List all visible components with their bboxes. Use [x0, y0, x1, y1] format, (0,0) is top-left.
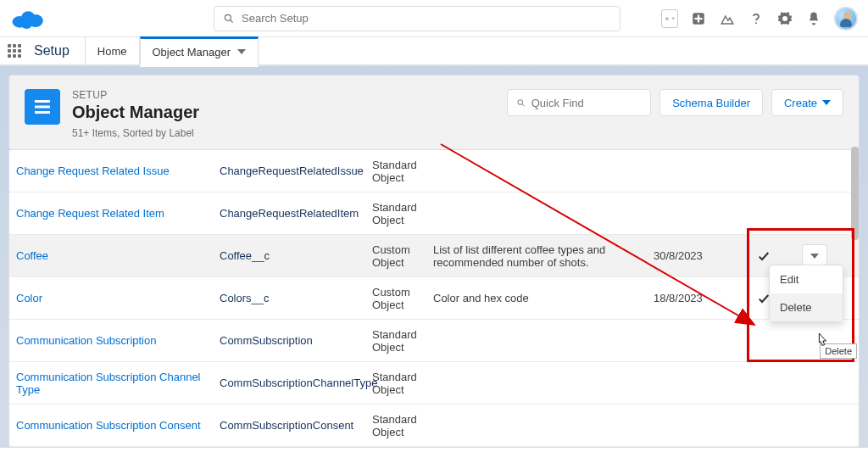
page-header: SETUP Object Manager 51+ Items, Sorted b… — [8, 75, 860, 150]
object-type: Standard Object — [372, 159, 433, 184]
table-row: Communication Subscription ConsentCommSu… — [9, 405, 859, 447]
global-search[interactable] — [214, 6, 620, 31]
object-label-link[interactable]: Coffee — [16, 249, 220, 262]
scrollbar-handle[interactable] — [851, 147, 859, 240]
object-label-link[interactable]: Change Request Related Item — [16, 207, 220, 220]
page-eyebrow: SETUP — [72, 89, 199, 101]
object-type: Custom Object — [372, 286, 433, 311]
svg-rect-16 — [35, 111, 50, 114]
global-search-input[interactable] — [242, 12, 611, 25]
object-type: Standard Object — [372, 328, 433, 354]
object-description: Color and hex code — [433, 292, 654, 304]
tab-object-manager[interactable]: Object Manager — [140, 36, 259, 65]
table-row: Communication Subscription Channel TypeC… — [9, 362, 859, 405]
svg-point-11 — [755, 22, 757, 24]
check-icon — [757, 249, 771, 263]
svg-point-12 — [783, 16, 787, 20]
setup-gear-icon[interactable] — [776, 10, 793, 27]
object-api-name: CommSubscription — [220, 334, 372, 347]
favorites-button[interactable] — [661, 9, 678, 28]
quick-find-input[interactable] — [531, 97, 643, 109]
page-wrapper: SETUP Object Manager 51+ Items, Sorted b… — [0, 66, 868, 448]
object-last-modified: 30/8/2023 — [654, 249, 738, 262]
object-manager-icon — [25, 89, 60, 125]
page-meta: 51+ Items, Sorted by Label — [72, 127, 199, 139]
chevron-down-icon — [237, 47, 246, 56]
object-deployed — [738, 249, 789, 263]
tab-label: Object Manager — [153, 46, 231, 59]
object-type: Standard Object — [372, 371, 433, 396]
svg-marker-13 — [237, 49, 246, 54]
object-label-link[interactable]: Communication Subscription — [16, 334, 220, 347]
svg-marker-6 — [665, 16, 670, 20]
schema-builder-button[interactable]: Schema Builder — [659, 89, 763, 116]
cursor-pointer-icon — [815, 332, 830, 350]
page-actions: Schema Builder Create — [507, 89, 843, 116]
app-name: Setup — [34, 43, 70, 59]
object-last-modified: 18/8/2023 — [654, 292, 738, 304]
object-type: Custom Object — [372, 243, 433, 269]
object-api-name: ChangeRequestRelatedItem — [220, 207, 372, 220]
svg-rect-14 — [35, 100, 50, 103]
svg-point-17 — [518, 99, 523, 104]
svg-line-5 — [231, 20, 233, 22]
global-header — [0, 0, 868, 37]
notifications-icon[interactable] — [805, 10, 822, 27]
svg-marker-7 — [671, 17, 675, 19]
search-icon — [516, 98, 526, 109]
table-row: CoffeeCoffee__cCustom ObjectList of list… — [9, 235, 859, 277]
svg-point-4 — [225, 14, 231, 20]
tab-home[interactable]: Home — [85, 36, 140, 65]
table-row: Change Request Related ItemChangeRequest… — [9, 193, 859, 235]
page-title: Object Manager — [72, 103, 199, 122]
object-label-link[interactable]: Communication Subscription Consent — [16, 419, 220, 432]
object-label-link[interactable]: Change Request Related Issue — [16, 165, 220, 177]
object-api-name: CommSubscriptionConsent — [220, 419, 372, 432]
object-label-link[interactable]: Communication Subscription Channel Type — [16, 371, 220, 396]
app-launcher-icon[interactable] — [0, 44, 29, 58]
salesforce-cloud-icon — [10, 7, 44, 31]
svg-marker-20 — [810, 254, 819, 259]
menu-edit[interactable]: Edit — [770, 265, 843, 293]
quick-find[interactable] — [507, 89, 651, 116]
create-button[interactable]: Create — [771, 89, 843, 116]
chevron-down-icon — [822, 98, 831, 107]
table-row: Change Request Related IssueChangeReques… — [9, 150, 859, 193]
object-table: Change Request Related IssueChangeReques… — [8, 150, 860, 448]
row-action-menu: Edit Delete — [769, 265, 843, 322]
object-api-name: Colors__c — [220, 292, 372, 304]
user-avatar[interactable] — [834, 7, 858, 31]
object-api-name: ChangeRequestRelatedIssue — [220, 165, 372, 177]
trailhead-icon[interactable] — [719, 10, 736, 27]
navbar: Setup Home Object Manager — [0, 37, 868, 66]
menu-delete[interactable]: Delete — [770, 293, 843, 321]
object-api-name: CommSubscriptionChannelType — [220, 377, 372, 389]
svg-rect-15 — [35, 106, 50, 109]
object-label-link[interactable]: Color — [16, 292, 220, 304]
svg-marker-19 — [822, 100, 831, 105]
page-header-text: SETUP Object Manager 51+ Items, Sorted b… — [72, 89, 199, 139]
add-button[interactable] — [690, 10, 707, 27]
table-row: ColorColors__cCustom ObjectColor and hex… — [9, 277, 859, 320]
svg-rect-10 — [695, 17, 703, 19]
object-type: Standard Object — [372, 413, 433, 438]
create-label: Create — [784, 97, 817, 109]
chevron-down-icon — [810, 252, 819, 260]
table-row: Communication SubscriptionCommSubscripti… — [9, 320, 859, 362]
object-description: List of list different coffee types and … — [433, 243, 654, 269]
object-type: Standard Object — [372, 201, 433, 226]
object-api-name: Coffee__c — [220, 249, 372, 262]
tab-label: Home — [97, 45, 127, 58]
global-actions — [661, 7, 858, 31]
svg-line-18 — [522, 103, 524, 105]
help-icon[interactable] — [748, 10, 765, 27]
search-icon — [223, 13, 235, 25]
svg-point-3 — [21, 19, 33, 28]
